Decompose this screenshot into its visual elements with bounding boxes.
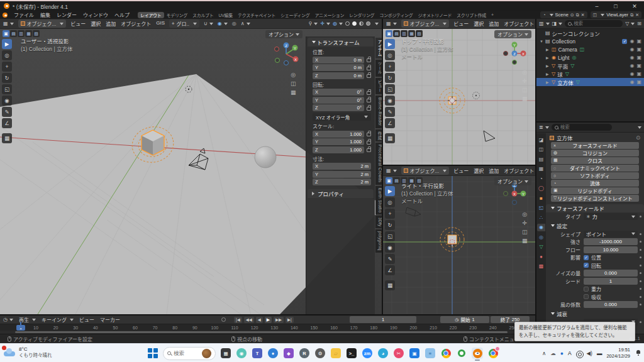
tray-expand-icon[interactable]: ∧ bbox=[542, 350, 546, 356]
lock-icon[interactable] bbox=[367, 58, 371, 62]
gizmos-toggle-icon[interactable]: ✛ bbox=[320, 21, 330, 26]
tool-measure[interactable]: ∠ bbox=[385, 118, 395, 128]
tool-rotate[interactable]: ↻ bbox=[385, 220, 395, 230]
camera-view-icon[interactable]: ◫ bbox=[522, 229, 528, 235]
mode-selector[interactable]: オブジェク... bbox=[401, 167, 450, 175]
pen-device-icon[interactable]: ▬ bbox=[597, 350, 602, 356]
workspace-tab[interactable]: スクリプト作成 bbox=[454, 12, 489, 18]
tool-transform[interactable]: ◉ bbox=[2, 96, 12, 106]
mode-selector[interactable]: オブジェク... bbox=[18, 19, 67, 28]
play-reverse-button[interactable]: ◀ bbox=[256, 317, 263, 323]
editor-type-icon[interactable]: ▦ bbox=[386, 168, 397, 173]
tool-rotate[interactable]: ↻ bbox=[385, 73, 395, 83]
remove-layer-icon[interactable]: ✕ bbox=[635, 13, 639, 18]
disable-render-icon[interactable]: ▣ bbox=[636, 79, 641, 85]
properties-tab-modifiers[interactable]: ◱ bbox=[537, 204, 545, 212]
select-invert-icon[interactable]: ▦ bbox=[25, 30, 32, 37]
jump-to-end-button[interactable]: ▶| bbox=[286, 317, 294, 323]
transform-panel-header[interactable]: トランスフォーム bbox=[308, 38, 374, 47]
taskbar-app-m365[interactable]: ● bbox=[267, 348, 279, 359]
workspace-tab[interactable]: UV編集 bbox=[216, 12, 236, 18]
disable-render-icon[interactable]: ▣ bbox=[636, 55, 641, 60]
workspace-tab[interactable]: テクスチャペイント bbox=[235, 12, 278, 18]
toggle-ortho-icon[interactable]: ▦ bbox=[291, 89, 296, 96]
location-y-field[interactable]: Y0 m bbox=[313, 64, 371, 71]
select-subtract-icon[interactable]: ▥ bbox=[18, 30, 25, 37]
physics-add-button[interactable]: ◌ダイナミックペイント bbox=[551, 165, 639, 172]
viewport-menu-item[interactable]: 選択 bbox=[91, 20, 101, 27]
prev-keyframe-button[interactable]: ◀◀ bbox=[244, 317, 254, 323]
taskbar-app-chrome[interactable] bbox=[440, 348, 452, 359]
timeline-editor-type-icon[interactable]: ◷ bbox=[3, 317, 13, 322]
zoom-icon[interactable]: ◎ bbox=[291, 72, 296, 78]
hide-eye-icon[interactable]: ◉ bbox=[630, 55, 634, 60]
unlink-scene-icon[interactable]: ✕ bbox=[581, 13, 585, 18]
select-extend-icon[interactable]: ▤ bbox=[10, 30, 17, 37]
viewport-menu-item[interactable]: オブジェクト bbox=[121, 20, 151, 27]
hide-eye-icon[interactable]: ◉ bbox=[630, 63, 634, 69]
properties-panel-header[interactable]: プロパティ bbox=[308, 189, 374, 198]
hide-eye-icon[interactable]: ◉ bbox=[630, 47, 634, 52]
sphere-object[interactable] bbox=[255, 146, 276, 168]
lock-icon[interactable] bbox=[367, 99, 371, 102]
location-x-field[interactable]: X0 m bbox=[313, 57, 371, 63]
taskbar-app-store[interactable]: ▣ bbox=[409, 348, 420, 359]
dimensions-z-field[interactable]: Z2 m bbox=[313, 178, 371, 185]
topbar-menu-item[interactable]: ヘルプ bbox=[111, 11, 133, 18]
timeline-menu-item[interactable]: マーカー bbox=[100, 316, 120, 323]
rotation-mode-dropdown[interactable]: XYZ オイラー角 bbox=[313, 113, 371, 121]
properties-tab-physics[interactable]: ◉ bbox=[537, 224, 545, 231]
tool-add-cube[interactable]: ▦ bbox=[2, 133, 12, 143]
next-keyframe-button[interactable]: ▶▶ bbox=[274, 317, 284, 323]
outliner-row[interactable]: ▶▽球▽◉▣ bbox=[536, 70, 644, 78]
select-intersect-icon[interactable]: ▧ bbox=[33, 30, 40, 37]
taskbar-app-terminal[interactable]: >_ bbox=[346, 348, 357, 359]
taskbar-app-task-view[interactable]: ▦ bbox=[220, 348, 231, 359]
outliner-row[interactable]: ▶▽平面▽◉▣ bbox=[536, 62, 644, 70]
outliner-row[interactable]: ▼▤Collection✓◉▣ bbox=[536, 37, 644, 45]
outliner-row[interactable]: ▶◉Light◎◉▣ bbox=[536, 53, 644, 62]
jump-to-start-button[interactable]: |◀ bbox=[234, 317, 242, 323]
proportional-edit-icon[interactable]: ◎ bbox=[232, 21, 236, 26]
snap-target-icon[interactable]: ◉ bbox=[218, 21, 228, 26]
timeline-menu-item[interactable]: キーイング bbox=[42, 316, 74, 323]
play-button[interactable]: ▶ bbox=[265, 317, 272, 323]
filter-icon[interactable]: ▽ bbox=[625, 21, 635, 26]
taskbar-app-settings[interactable]: ⚙ bbox=[314, 348, 326, 359]
camera-view-icon[interactable]: ◫ bbox=[522, 87, 528, 93]
select-intersect-icon[interactable]: ▧ bbox=[416, 177, 423, 184]
absorption-checkbox[interactable]: ✓ bbox=[584, 294, 589, 299]
taskbar-search-input[interactable] bbox=[174, 350, 199, 356]
sidebar-tab[interactable]: 3Dfy bbox=[375, 216, 382, 229]
taskbar-app-chrome-2[interactable] bbox=[487, 348, 499, 359]
taskbar-app-r-app[interactable]: R bbox=[299, 348, 310, 359]
cube-object[interactable] bbox=[142, 130, 164, 155]
lock-icon[interactable] bbox=[367, 91, 371, 95]
editor-type-icon[interactable]: ▦ bbox=[3, 21, 14, 26]
force-field-panel-header[interactable]: フォースフィールド bbox=[546, 204, 644, 212]
tool-move[interactable]: + bbox=[385, 209, 395, 219]
select-invert-icon[interactable]: ▦ bbox=[408, 30, 415, 37]
hide-eye-icon[interactable]: ◉ bbox=[630, 71, 634, 77]
disable-render-icon[interactable]: ▣ bbox=[636, 71, 641, 77]
show-gizmo-icon[interactable]: ⚲ bbox=[308, 21, 318, 26]
sidebar-tab[interactable]: Biome-Reader bbox=[375, 96, 382, 128]
outliner-row[interactable]: ▤シーンコレクション bbox=[536, 29, 644, 37]
properties-search[interactable] bbox=[552, 124, 612, 131]
sidebar-tab[interactable]: Earth Studio bbox=[375, 186, 382, 214]
lock-icon[interactable] bbox=[367, 67, 371, 70]
zoom-icon[interactable]: ◎ bbox=[522, 69, 528, 75]
properties-tab-object-data[interactable]: ▽ bbox=[537, 243, 545, 251]
physics-add-button[interactable]: ▽リジッドボディコンストレイント bbox=[551, 195, 639, 202]
gravity-checkbox[interactable]: ✓ bbox=[584, 287, 589, 292]
shape-dropdown[interactable]: ポイント bbox=[584, 231, 638, 238]
clock[interactable]: 19:51 2024/12/29 bbox=[606, 347, 630, 359]
viewport-menu-item[interactable]: 選択 bbox=[474, 167, 484, 174]
location-z-field[interactable]: Z0 m bbox=[313, 72, 371, 79]
outliner-search-input[interactable] bbox=[574, 21, 619, 26]
viewport-menu-item[interactable]: 選択 bbox=[474, 20, 484, 27]
workspace-tab[interactable]: モデリング bbox=[164, 12, 191, 18]
viewport-menu-item[interactable]: 追加 bbox=[489, 20, 499, 27]
tool-move[interactable]: + bbox=[385, 62, 395, 72]
shading-material-icon[interactable] bbox=[359, 21, 364, 26]
